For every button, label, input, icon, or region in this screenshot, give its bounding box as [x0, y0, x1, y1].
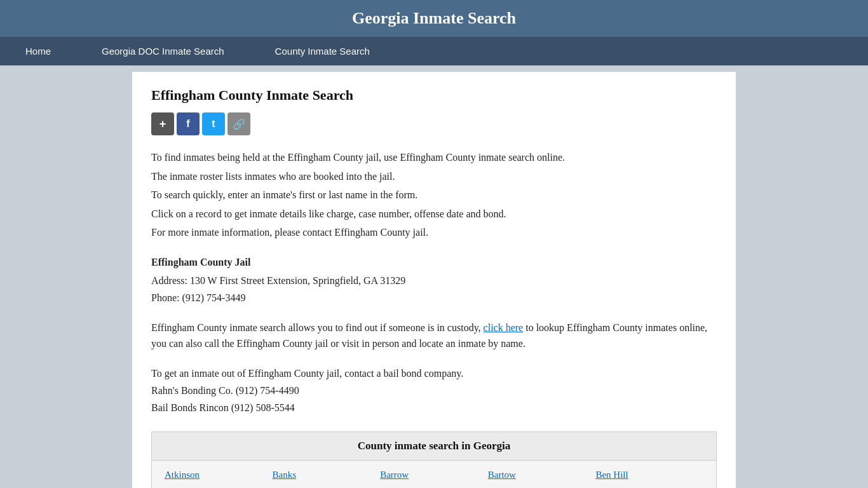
county-link[interactable]: Atkinson — [165, 467, 273, 483]
county-grid: AtkinsonBanksBarrowBartowBen HillBerrien… — [152, 461, 716, 488]
county-link[interactable]: Bartow — [488, 467, 596, 483]
share-button[interactable]: + — [151, 112, 174, 135]
county-link[interactable]: Brantley — [380, 485, 488, 488]
additional-info-block: Effingham County inmate search allows yo… — [151, 320, 717, 352]
county-link[interactable]: Banks — [273, 467, 381, 483]
twitter-button[interactable]: t — [202, 112, 225, 135]
link-icon: 🔗 — [233, 118, 245, 130]
county-search-title: County inmate search in Georgia — [152, 432, 716, 461]
share-icon: + — [159, 118, 166, 131]
nav-county-search[interactable]: County Inmate Search — [250, 37, 395, 65]
social-buttons: + f t 🔗 — [151, 112, 717, 135]
bond-intro: To get an inmate out of Effingham County… — [151, 365, 717, 382]
facebook-icon: f — [186, 118, 189, 130]
additional-info-text: Effingham County inmate search allows yo… — [151, 320, 717, 352]
content-wrapper: Effingham County Inmate Search + f t 🔗 T… — [0, 65, 868, 488]
click-here-link[interactable]: click here — [484, 322, 524, 333]
address-value: 130 W First Street Extension, Springfiel… — [190, 275, 405, 286]
desc-line-1: To find inmates being held at the Effing… — [151, 149, 717, 166]
bond-company-1: Rahn's Bonding Co. (912) 754-4490 — [151, 382, 717, 399]
jail-address: Address: 130 W First Street Extension, S… — [151, 272, 717, 289]
site-title: Georgia Inmate Search — [13, 9, 855, 28]
county-link[interactable]: Brooks — [488, 485, 596, 488]
county-link[interactable]: Bibb — [273, 485, 381, 488]
jail-name: Effingham County Jail — [151, 254, 717, 271]
address-label: Address: — [151, 275, 190, 286]
facebook-button[interactable]: f — [177, 112, 200, 135]
county-link[interactable]: Ben Hill — [595, 467, 703, 483]
twitter-icon: t — [212, 118, 215, 130]
main-content: Effingham County Inmate Search + f t 🔗 T… — [132, 72, 736, 488]
county-link[interactable]: Berrien — [165, 485, 273, 488]
additional-text-before: Effingham County inmate search allows yo… — [151, 322, 484, 333]
county-link[interactable]: Bryan — [595, 485, 703, 488]
nav-doc-search[interactable]: Georgia DOC Inmate Search — [76, 37, 250, 65]
main-navigation: Home Georgia DOC Inmate Search County In… — [0, 37, 868, 65]
phone-value: (912) 754-3449 — [182, 292, 245, 303]
desc-line-3: To search quickly, enter an inmate's fir… — [151, 187, 717, 203]
jail-phone: Phone: (912) 754-3449 — [151, 289, 717, 306]
copy-link-button[interactable]: 🔗 — [227, 112, 250, 135]
desc-line-2: The inmate roster lists inmates who are … — [151, 168, 717, 185]
jail-info-block: Effingham County Jail Address: 130 W Fir… — [151, 254, 717, 307]
bond-company-2: Bail Bonds Rincon (912) 508-5544 — [151, 399, 717, 416]
description-block: To find inmates being held at the Effing… — [151, 149, 717, 241]
page-title: Effingham County Inmate Search — [151, 87, 717, 104]
desc-line-4: Click on a record to get inmate details … — [151, 206, 717, 222]
nav-home[interactable]: Home — [0, 37, 76, 65]
bond-info-block: To get an inmate out of Effingham County… — [151, 365, 717, 417]
site-header: Georgia Inmate Search — [0, 0, 868, 37]
county-search-section: County inmate search in Georgia Atkinson… — [151, 431, 717, 488]
county-link[interactable]: Barrow — [380, 467, 488, 483]
phone-label: Phone: — [151, 292, 182, 303]
desc-line-5: For more inmate information, please cont… — [151, 224, 717, 241]
